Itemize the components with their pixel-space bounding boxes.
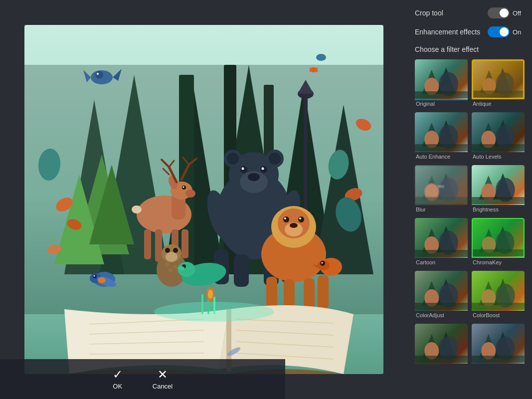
svg-rect-119 [201, 294, 203, 314]
crop-tool-knob [500, 8, 509, 17]
filter-thumb-colorboost [472, 271, 525, 311]
filter-item-cartoon[interactable]: Cartoon [415, 218, 468, 267]
filter-name-brightness: Brightness [472, 205, 525, 214]
svg-point-78 [298, 216, 304, 222]
enhancement-label: Enhancement effects [415, 28, 480, 36]
svg-rect-48 [144, 229, 151, 259]
svg-point-76 [283, 216, 289, 222]
svg-point-62 [241, 168, 244, 170]
svg-point-75 [290, 223, 298, 228]
enhancement-toggle[interactable]: On [488, 26, 525, 37]
filter-item-original[interactable]: Original [415, 59, 468, 108]
svg-rect-189 [472, 356, 525, 363]
filter-item-row5a[interactable] [415, 324, 468, 367]
filter-thumb-blur: blur [415, 165, 468, 205]
crop-tool-track[interactable] [488, 7, 510, 18]
svg-point-91 [169, 268, 173, 272]
svg-rect-140 [415, 144, 468, 151]
filter-item-coloradjust[interactable]: ColorAdjust [415, 271, 468, 320]
filter-name-colorboost: ColorBoost [472, 311, 525, 320]
filter-item-brightness[interactable]: Brightness [472, 165, 525, 214]
forest-illustration [24, 25, 383, 374]
filter-name-antique: Antique [472, 99, 525, 108]
svg-point-86 [166, 252, 177, 262]
filter-thumb-antique [472, 59, 525, 99]
svg-point-31 [95, 71, 103, 79]
filter-thumb-coloradjust [415, 271, 468, 311]
crop-tool-toggle[interactable]: Off [488, 7, 525, 18]
svg-rect-80 [266, 277, 277, 309]
filter-section-title: Choose a filter effect [415, 45, 525, 53]
svg-point-123 [208, 290, 213, 299]
enhancement-state: On [513, 28, 525, 36]
filter-item-auto-enhance[interactable]: Auto Enhance [415, 112, 468, 161]
svg-rect-173 [415, 303, 468, 310]
ok-icon: ✓ [113, 369, 123, 381]
filter-name-cartoon: Cartoon [415, 258, 468, 267]
svg-point-88 [173, 248, 178, 253]
filter-name-row5b [472, 364, 525, 367]
svg-point-33 [316, 54, 326, 61]
svg-point-90 [174, 265, 177, 269]
filter-item-auto-levels[interactable]: Auto Levels [472, 112, 525, 161]
enhancement-effects-row: Enhancement effects On [415, 26, 525, 37]
svg-rect-51 [181, 229, 188, 258]
image-bottom-bar: ✓ OK ✕ Cancel [0, 359, 285, 399]
svg-rect-81 [284, 279, 295, 309]
enhancement-track[interactable] [488, 26, 510, 37]
svg-rect-184 [415, 356, 468, 363]
filter-thumb-row5a [415, 324, 468, 364]
svg-rect-135 [473, 61, 523, 98]
filter-thumb-original [415, 59, 468, 99]
crop-tool-label: Crop tool [415, 9, 443, 17]
filter-name-auto-enhance: Auto Enhance [415, 152, 468, 161]
svg-rect-129 [415, 91, 468, 98]
filter-item-antique[interactable]: Antique [472, 59, 525, 108]
filter-name-chromakey: ChromaKey [472, 258, 525, 267]
svg-point-58 [269, 153, 281, 165]
filter-name-coloradjust: ColorAdjust [415, 311, 468, 320]
svg-point-99 [321, 262, 323, 264]
svg-rect-66 [234, 254, 249, 287]
right-panel: Crop tool Off Enhancement effects On Cho… [407, 0, 532, 399]
svg-rect-157 [472, 197, 525, 204]
filter-thumb-chromakey [472, 218, 525, 258]
svg-point-95 [178, 266, 184, 270]
svg-point-79 [299, 217, 301, 219]
svg-rect-121 [213, 297, 215, 314]
filter-item-colorboost[interactable]: ColorBoost [472, 271, 525, 320]
ok-button[interactable]: ✓ OK [113, 369, 123, 390]
svg-rect-162 [415, 250, 468, 257]
filter-thumb-auto-levels [472, 112, 525, 152]
filter-item-chromakey[interactable]: ChromaKey [472, 218, 525, 267]
svg-point-106 [98, 277, 106, 283]
filter-name-original: Original [415, 99, 468, 108]
cancel-icon: ✕ [158, 369, 168, 381]
svg-point-87 [165, 248, 170, 253]
crop-tool-row: Crop tool Off [415, 7, 525, 18]
filter-item-row5b[interactable] [472, 324, 525, 367]
svg-rect-145 [472, 144, 525, 151]
svg-rect-179 [472, 271, 525, 310]
filter-name-auto-levels: Auto Levels [472, 152, 525, 161]
svg-point-63 [260, 166, 267, 173]
filter-thumb-row5b [472, 324, 525, 364]
svg-point-64 [261, 168, 264, 170]
svg-point-32 [97, 73, 99, 75]
svg-point-37 [185, 190, 195, 198]
svg-point-39 [182, 187, 184, 188]
cancel-button[interactable]: ✕ Cancel [153, 369, 173, 390]
filter-grid: Original Antique Auto Enhance Auto Level… [415, 59, 525, 367]
filter-name-row5a [415, 364, 468, 367]
filter-thumb-cartoon [415, 218, 468, 258]
filter-item-blur[interactable]: blur Blur [415, 165, 468, 214]
ok-label: OK [113, 383, 122, 390]
crop-tool-state: Off [513, 9, 525, 17]
svg-point-56 [227, 153, 239, 165]
svg-text:blur: blur [438, 184, 445, 189]
svg-rect-83 [318, 275, 329, 309]
filter-thumb-brightness [472, 165, 525, 205]
image-panel: ✓ OK ✕ Cancel [0, 0, 407, 399]
svg-point-60 [248, 173, 260, 181]
svg-point-104 [93, 275, 95, 277]
